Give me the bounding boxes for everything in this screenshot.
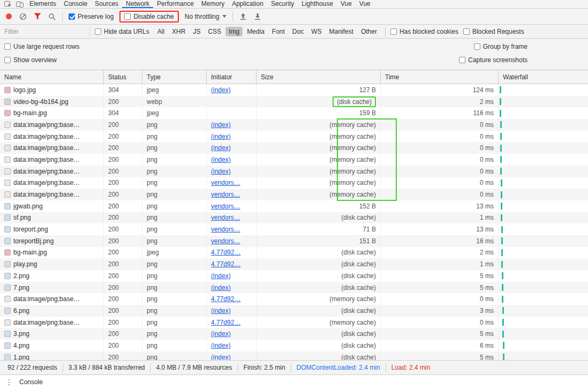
request-row[interactable]: 4.png200png(index)(disk cache)6 ms (0, 340, 588, 351)
show-overview-toggle[interactable]: Show overview (4, 56, 57, 64)
initiator-link[interactable]: (index) (211, 354, 231, 360)
tab-sources[interactable]: Sources (91, 0, 122, 8)
blocked-requests-checkbox[interactable] (463, 28, 470, 35)
request-row[interactable]: bg-main.jpg304jpeg159 B116 ms (0, 107, 588, 119)
disable-cache-checkbox[interactable] (124, 13, 131, 20)
initiator-link[interactable]: (index) (211, 307, 231, 315)
filter-pill-manifest[interactable]: Manifest (326, 27, 357, 36)
initiator-link[interactable]: vendors… (211, 191, 240, 198)
column-header-time[interactable]: Time (380, 70, 498, 84)
network-filter-input[interactable] (4, 28, 85, 35)
use-large-request-rows-toggle[interactable]: Use large request rows (4, 43, 79, 50)
tab-security[interactable]: Security (267, 0, 298, 8)
filter-pill-all[interactable]: All (154, 27, 168, 36)
tab-console[interactable]: Console (60, 0, 91, 8)
hide-data-urls-checkbox[interactable] (95, 28, 101, 35)
group-by-frame-checkbox[interactable] (474, 43, 480, 50)
tab-application[interactable]: Application (228, 0, 267, 8)
inspect-element-icon[interactable] (2, 0, 14, 8)
filter-funnel-button[interactable] (33, 12, 42, 21)
initiator-link[interactable]: (index) (211, 330, 231, 338)
tab-elements[interactable]: Elements (26, 0, 60, 8)
request-row[interactable]: toreportBj.png200pngvendors…151 B16 ms (0, 235, 588, 247)
record-network-log-button[interactable] (4, 12, 13, 21)
device-toolbar-icon[interactable] (14, 0, 26, 8)
request-row[interactable]: data:image/png;base…200png4.77d92…(memor… (0, 293, 588, 305)
request-row[interactable]: jgwab.png200pngvendors…152 B13 ms (0, 200, 588, 212)
search-button[interactable] (48, 12, 56, 21)
request-row[interactable]: data:image/png;base…200pngvendors…(memor… (0, 189, 588, 200)
export-har-button[interactable] (253, 12, 262, 21)
request-row[interactable]: 2.png200png(index)(disk cache)5 ms (0, 270, 588, 282)
request-row[interactable]: data:image/png;base…200png(index)(memory… (0, 142, 588, 154)
filter-pill-xhr[interactable]: XHR (169, 27, 189, 36)
column-header-initiator[interactable]: Initiator (206, 70, 256, 84)
request-row[interactable]: bg-main.jpg200jpeg4.77d92…(disk cache)2 … (0, 247, 588, 259)
hide-data-urls-toggle[interactable]: Hide data URLs (95, 28, 149, 35)
capture-screenshots-checkbox[interactable] (459, 57, 465, 63)
request-row[interactable]: video-bg-4b164.jpg200webp(disk cache)2 m… (0, 96, 588, 108)
initiator-link[interactable]: (index) (211, 168, 231, 175)
import-har-button[interactable] (239, 12, 247, 21)
group-by-frame-toggle[interactable]: Group by frame (474, 43, 527, 50)
request-row[interactable]: data:image/png;base…200png(index)(memory… (0, 131, 588, 143)
tab-network[interactable]: Network (122, 0, 153, 8)
request-row[interactable]: toreport.png200pngvendors…71 B13 ms (0, 223, 588, 235)
use-large-request-rows-checkbox[interactable] (4, 43, 11, 50)
tab-performance[interactable]: Performance (153, 0, 198, 8)
initiator-link[interactable]: 4.77d92… (211, 249, 240, 256)
initiator-link[interactable]: (index) (211, 121, 231, 129)
initiator-link[interactable]: vendors… (211, 179, 240, 186)
request-row[interactable]: data:image/png;base…200pngvendors…(memor… (0, 177, 588, 189)
capture-screenshots-toggle[interactable]: Capture screenshots (459, 56, 527, 64)
filter-pill-css[interactable]: CSS (205, 27, 224, 36)
initiator-link[interactable]: 4.77d92… (211, 295, 240, 303)
initiator-link[interactable]: (index) (211, 144, 231, 152)
filter-pill-js[interactable]: JS (190, 27, 203, 36)
disable-cache-toggle[interactable]: Disable cache (124, 13, 174, 20)
tab-lighthouse[interactable]: Lighthouse (298, 0, 337, 8)
filter-pill-media[interactable]: Media (244, 27, 268, 36)
initiator-link[interactable]: (index) (211, 133, 231, 140)
clear-network-log-button[interactable] (19, 12, 27, 21)
tab-memory[interactable]: Memory (198, 0, 228, 8)
request-row[interactable]: 7.png200png(index)(disk cache)5 ms (0, 282, 588, 294)
drawer-tab-console[interactable]: Console (19, 378, 43, 386)
request-row[interactable]: 1.png200png(index)(disk cache)5 ms (0, 351, 588, 360)
initiator-link[interactable]: (index) (211, 342, 231, 349)
request-row[interactable]: data:image/png;base…200png(index)(memory… (0, 154, 588, 166)
filter-pill-img[interactable]: Img (225, 27, 243, 36)
column-header-size[interactable]: Size (256, 70, 380, 84)
filter-pill-doc[interactable]: Doc (289, 27, 307, 36)
initiator-link[interactable]: vendors… (211, 214, 240, 221)
request-row[interactable]: play.png200png4.77d92…(disk cache)1 ms (0, 258, 588, 270)
initiator-link[interactable]: (index) (211, 86, 231, 94)
blocked-requests-toggle[interactable]: Blocked Requests (463, 28, 524, 35)
filter-pill-ws[interactable]: WS (308, 27, 325, 36)
filter-pill-other[interactable]: Other (358, 27, 380, 36)
throttling-select[interactable]: No throttling (185, 13, 227, 20)
initiator-link[interactable]: (index) (211, 284, 231, 291)
has-blocked-cookies-toggle[interactable]: Has blocked cookies (390, 28, 458, 35)
column-header-status[interactable]: Status (103, 70, 142, 84)
column-header-waterfall[interactable]: Waterfall (498, 70, 588, 84)
preserve-log-checkbox[interactable] (69, 13, 75, 20)
has-blocked-cookies-checkbox[interactable] (390, 28, 397, 35)
initiator-link[interactable]: (index) (211, 272, 231, 280)
request-row[interactable]: logo.jpg304jpeg(index)127 B124 ms (0, 84, 588, 96)
tab-vue[interactable]: Vue (356, 0, 374, 8)
initiator-link[interactable]: 4.77d92… (211, 260, 240, 268)
column-header-name[interactable]: Name (0, 70, 103, 84)
initiator-link[interactable]: vendors… (211, 237, 240, 245)
preserve-log-toggle[interactable]: Preserve log (69, 13, 114, 20)
request-row[interactable]: data:image/png;base…200png4.77d92…(memor… (0, 317, 588, 328)
column-header-type[interactable]: Type (142, 70, 206, 84)
initiator-link[interactable]: vendors… (211, 203, 240, 210)
tab-vue[interactable]: Vue (337, 0, 356, 8)
request-row[interactable]: 3.png200png(index)(disk cache)5 ms (0, 328, 588, 340)
show-overview-checkbox[interactable] (4, 57, 11, 63)
filter-pill-font[interactable]: Font (269, 27, 288, 36)
request-row[interactable]: sf.png200pngvendors…(disk cache)1 ms (0, 212, 588, 224)
initiator-link[interactable]: (index) (211, 156, 231, 163)
kebab-menu-icon[interactable]: ⋮ (5, 378, 13, 386)
